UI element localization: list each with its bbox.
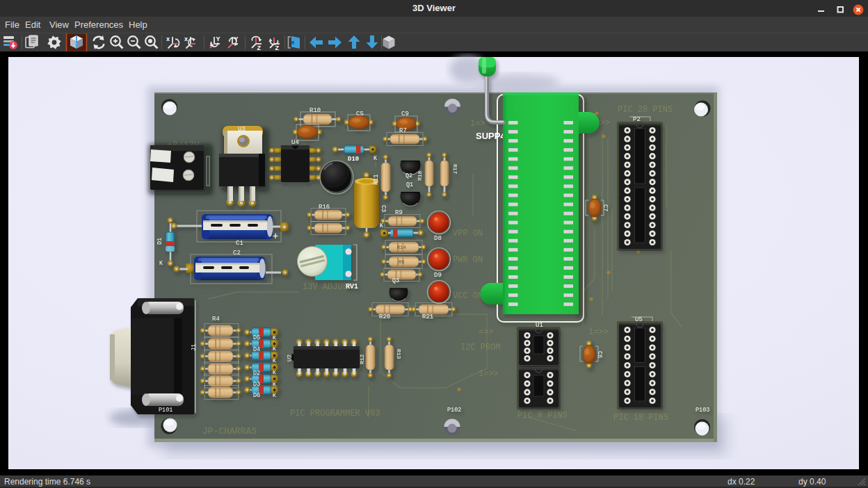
svg-text:PIC 28 PINS: PIC 28 PINS	[618, 105, 673, 115]
svg-text:R4: R4	[212, 316, 220, 323]
svg-text:R17: R17	[452, 164, 458, 174]
svg-text:=>>: =>>	[479, 327, 494, 337]
svg-text:x: x	[166, 35, 170, 42]
svg-text:D5: D5	[253, 334, 260, 341]
svg-text:D2: D2	[253, 370, 260, 377]
svg-text:K: K	[373, 155, 378, 162]
svg-text:K: K	[273, 392, 276, 398]
svg-text:VPP ON: VPP ON	[453, 229, 483, 238]
svg-text:Z: Z	[275, 44, 280, 51]
svg-text:D3: D3	[253, 381, 260, 388]
svg-text:JP-CHARRAS: JP-CHARRAS	[202, 426, 257, 437]
svg-text:C1: C1	[236, 240, 243, 247]
svg-text:RV1: RV1	[346, 283, 358, 291]
svg-text:R21: R21	[422, 314, 433, 320]
svg-text:x: x	[184, 35, 188, 42]
svg-text:1=>>: 1=>>	[588, 327, 609, 337]
svg-text:R16: R16	[319, 204, 330, 211]
svg-text:1=>: 1=>	[470, 119, 485, 129]
svg-text:R11: R11	[373, 174, 380, 185]
svg-text:1=>>: 1=>>	[479, 369, 499, 379]
svg-text:D1: D1	[156, 238, 163, 245]
svg-text:Q2: Q2	[405, 172, 412, 179]
svg-text:R14: R14	[397, 245, 406, 250]
svg-text:K: K	[380, 222, 384, 229]
svg-text:K: K	[273, 334, 276, 341]
svg-text:P101: P101	[159, 407, 172, 414]
svg-text:D10: D10	[348, 156, 359, 163]
svg-text:Q1: Q1	[406, 181, 413, 188]
svg-text:D8: D8	[434, 235, 442, 242]
svg-text:Z: Z	[257, 44, 262, 51]
svg-text:P102: P102	[447, 407, 461, 414]
svg-text:D4: D4	[253, 346, 260, 353]
svg-text:PWR ON: PWR ON	[453, 255, 483, 265]
svg-text:PIC 8 PINS: PIC 8 PINS	[517, 411, 568, 421]
svg-text:R6: R6	[399, 259, 404, 265]
svg-text:C6: C6	[596, 351, 603, 358]
svg-text:K: K	[273, 345, 276, 352]
svg-text:R10: R10	[310, 107, 321, 114]
svg-text:K: K	[273, 381, 276, 387]
svg-text:J1: J1	[191, 344, 198, 351]
svg-text:R18: R18	[417, 170, 423, 181]
svg-text:C3: C3	[380, 205, 387, 212]
svg-text:K: K	[159, 260, 163, 267]
svg-text:D9: D9	[434, 272, 442, 279]
svg-text:R13: R13	[396, 349, 402, 359]
svg-text:PIC 18 PINS: PIC 18 PINS	[613, 413, 668, 423]
svg-text:R9: R9	[395, 209, 403, 216]
svg-text:P103: P103	[696, 407, 709, 414]
svg-text:Y: Y	[216, 35, 220, 42]
svg-text:R12: R12	[359, 354, 365, 364]
svg-text:C2: C2	[233, 250, 241, 257]
svg-text:I2C PROM: I2C PROM	[460, 343, 501, 352]
svg-text:+: +	[273, 230, 278, 241]
svg-text:Q3: Q3	[392, 277, 399, 284]
svg-text:C7: C7	[602, 204, 609, 211]
svg-text:VCC ON: VCC ON	[453, 291, 483, 301]
svg-text:K: K	[273, 357, 276, 364]
svg-text:K: K	[273, 369, 276, 375]
svg-text:D6: D6	[253, 392, 260, 399]
svg-text:R7: R7	[399, 127, 407, 134]
svg-text:U2: U2	[287, 355, 294, 361]
svg-text:R20: R20	[379, 314, 390, 320]
svg-text:PIC PROGRAMMER V03: PIC PROGRAMMER V03	[290, 409, 380, 418]
